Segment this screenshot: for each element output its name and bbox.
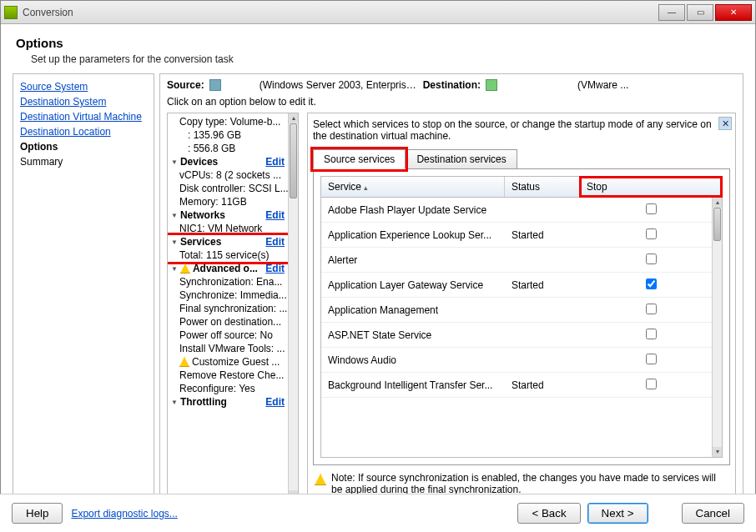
service-name: Adobe Flash Player Update Service <box>321 200 505 220</box>
stop-checkbox[interactable] <box>646 354 657 364</box>
edit-link[interactable]: Edit <box>262 209 285 221</box>
sidebar-item[interactable]: Source System <box>20 79 147 94</box>
scroll-thumb[interactable] <box>290 123 297 198</box>
minimize-button[interactable]: — <box>658 4 685 21</box>
service-row[interactable]: ASP.NET State Service <box>321 323 722 348</box>
stop-checkbox[interactable] <box>646 228 657 239</box>
tree-label: Services <box>180 236 221 248</box>
header: Options Set up the parameters for the co… <box>1 24 755 73</box>
grid-scrollbar[interactable]: ▴ ▾ <box>712 198 722 457</box>
service-name: Application Layer Gateway Service <box>321 275 505 295</box>
source-icon <box>209 79 221 91</box>
scroll-thumb[interactable] <box>713 208 721 241</box>
service-status <box>505 206 580 214</box>
sidebar-item[interactable]: Destination System <box>20 94 147 109</box>
export-logs-link[interactable]: Export diagnostic logs... <box>71 508 177 519</box>
help-button[interactable]: Help <box>12 503 63 524</box>
service-row[interactable]: Background Intelligent Transfer Ser...St… <box>321 373 722 398</box>
service-status <box>505 356 580 364</box>
tree-section-header[interactable]: NetworksEdit <box>168 208 288 222</box>
tree-section-header[interactable]: ServicesEdit <box>168 235 288 248</box>
service-stop[interactable] <box>580 324 722 346</box>
col-stop[interactable]: Stop <box>580 177 722 197</box>
maximize-button[interactable]: ▭ <box>687 4 713 21</box>
edit-link[interactable]: Edit <box>262 236 285 248</box>
close-panel-icon[interactable]: ✕ <box>718 117 732 130</box>
tree-label: Devices <box>180 156 218 168</box>
destination-label: Destination: <box>423 79 481 91</box>
close-button[interactable]: ✕ <box>715 4 752 21</box>
service-name: Application Experience Lookup Ser... <box>321 225 505 245</box>
tree-scrollbar[interactable]: ▴ ▾ <box>288 113 298 500</box>
stop-checkbox[interactable] <box>646 304 657 314</box>
stop-checkbox[interactable] <box>646 253 657 264</box>
sidebar-item[interactable]: Destination Virtual Machine <box>20 109 147 124</box>
tree-label: Advanced o... <box>193 263 258 274</box>
service-name: ASP.NET State Service <box>321 325 505 345</box>
tree-section-header[interactable]: Advanced o...Edit <box>168 262 288 275</box>
service-name: Windows Audio <box>321 350 505 370</box>
tree-label: Reconfigure: Yes <box>179 383 255 394</box>
warning-icon <box>315 474 326 485</box>
tab-destination-services[interactable]: Destination services <box>406 149 517 169</box>
tree-item: : 135.96 GB <box>168 128 288 142</box>
service-row[interactable]: Application Experience Lookup Ser...Star… <box>321 223 722 248</box>
stop-checkbox[interactable] <box>646 279 657 289</box>
tree-label: Final synchronization: ... <box>179 303 287 314</box>
service-status: Started <box>505 225 580 245</box>
stop-checkbox[interactable] <box>646 379 657 389</box>
tree-label: Power on destination... <box>179 316 281 328</box>
stop-checkbox[interactable] <box>646 329 657 339</box>
edit-link[interactable]: Edit <box>262 263 285 274</box>
edit-hint: Click on an option below to edit it. <box>167 96 736 108</box>
scroll-up-icon[interactable]: ▴ <box>289 113 298 123</box>
service-name: Alerter <box>321 250 505 270</box>
back-button[interactable]: < Back <box>517 503 580 524</box>
service-stop[interactable] <box>580 274 722 296</box>
tree-label: Remove Restore Che... <box>179 369 284 381</box>
tree-item: Power off source: No <box>168 329 288 342</box>
stop-checkbox[interactable] <box>646 203 657 214</box>
col-status[interactable]: Status <box>505 177 580 197</box>
service-row[interactable]: Application Management <box>321 298 722 323</box>
service-stop[interactable] <box>580 224 722 246</box>
tree-label: Memory: 11GB <box>179 196 247 208</box>
panel-description: Select which services to stop on the sou… <box>313 118 730 142</box>
service-stop[interactable] <box>580 299 722 321</box>
service-row[interactable]: Application Layer Gateway ServiceStarted <box>321 273 722 298</box>
tree-section-header[interactable]: ThrottlingEdit <box>168 395 288 409</box>
tab-source-services[interactable]: Source services <box>313 149 406 169</box>
options-tree[interactable]: Copy type: Volume-b...: 135.96 GB: 556.8… <box>167 113 299 501</box>
services-panel: ✕ Select which services to stop on the s… <box>307 113 736 501</box>
next-button[interactable]: Next > <box>587 503 648 524</box>
scroll-up-icon[interactable]: ▴ <box>713 198 722 208</box>
service-name: Application Management <box>321 300 505 320</box>
tree-item: Remove Restore Che... <box>168 369 288 382</box>
edit-link[interactable]: Edit <box>262 396 285 408</box>
tree-label: Throttling <box>180 396 227 408</box>
note-text: Note: If source synchronization is enabl… <box>331 472 728 495</box>
note: Note: If source synchronization is enabl… <box>313 465 730 495</box>
cancel-button[interactable]: Cancel <box>682 503 745 524</box>
tree-item: Final synchronization: ... <box>168 302 288 315</box>
service-row[interactable]: Alerter <box>321 248 722 273</box>
services-grid: Service Status Stop Adobe Flash Player U… <box>320 176 723 458</box>
tree-item: NIC1: VM Network <box>168 222 288 235</box>
service-stop[interactable] <box>580 249 722 271</box>
titlebar[interactable]: Conversion — ▭ ✕ <box>1 1 755 24</box>
tree-section-header[interactable]: DevicesEdit <box>168 155 288 168</box>
service-row[interactable]: Adobe Flash Player Update Service <box>321 198 722 223</box>
scroll-down-icon[interactable]: ▾ <box>713 447 722 457</box>
service-status <box>505 306 580 314</box>
tree-label: Customize Guest ... <box>192 356 280 368</box>
nav-sidebar: Source SystemDestination SystemDestinati… <box>13 73 154 507</box>
service-row[interactable]: Windows Audio <box>321 348 722 373</box>
service-stop[interactable] <box>580 349 722 371</box>
tree-label: vCPUs: 8 (2 sockets ... <box>179 169 281 181</box>
col-service[interactable]: Service <box>321 177 505 197</box>
service-stop[interactable] <box>580 199 722 221</box>
tree-label: : 556.8 GB <box>188 143 235 154</box>
edit-link[interactable]: Edit <box>262 156 285 168</box>
service-stop[interactable] <box>580 374 722 396</box>
sidebar-item[interactable]: Destination Location <box>20 124 147 139</box>
